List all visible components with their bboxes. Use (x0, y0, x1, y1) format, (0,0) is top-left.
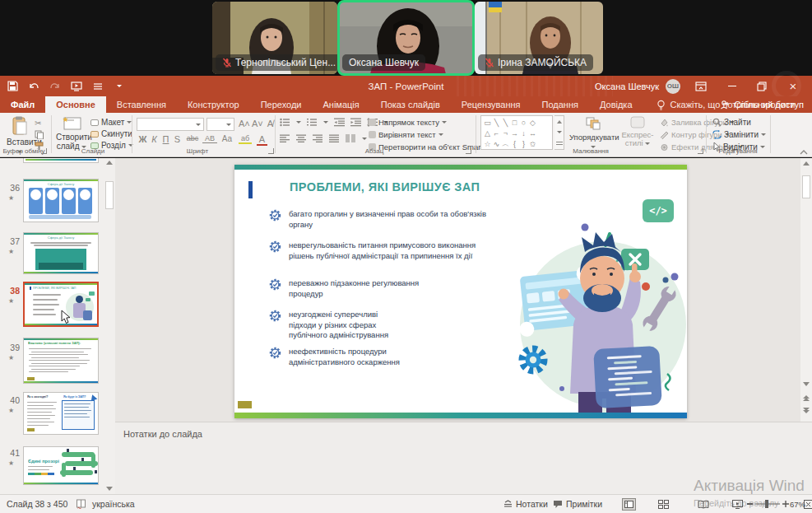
thumbnail-scrollbar-thumb[interactable] (105, 181, 114, 209)
slide-area-scrollbar[interactable] (800, 158, 812, 422)
next-slide-button[interactable] (803, 408, 810, 413)
tab-file[interactable]: Файл (0, 96, 45, 113)
notes-pane[interactable]: Нотатки до слайда (115, 422, 812, 494)
thumbnail-slide-36[interactable]: Сфера дії Закону (23, 179, 99, 222)
find-button[interactable]: Знайти (712, 118, 751, 127)
text-direction-button[interactable]: Напрямок тексту (369, 118, 447, 127)
slide-bullet-3[interactable]: переважно підзаконне регулювання процеду… (269, 278, 437, 299)
tab-view[interactable]: Подання (531, 96, 589, 113)
drawing-dialog-launcher[interactable] (698, 148, 703, 154)
normal-view-button[interactable] (622, 495, 636, 513)
bullets-button[interactable] (280, 118, 290, 128)
video-tile-participant-3[interactable]: Ірина ЗАМОЙСЬКА (475, 2, 603, 74)
zoom-slider[interactable] (755, 495, 780, 513)
bold-button[interactable]: Ж (137, 134, 148, 144)
account-area[interactable]: Оксана Шевчук ОШ (595, 76, 680, 96)
columns-button[interactable] (346, 134, 355, 144)
fit-slide-to-window-button[interactable] (804, 495, 812, 513)
align-left-button[interactable] (280, 134, 290, 144)
notes-placeholder[interactable]: Нотатки до слайда (123, 429, 202, 439)
new-slide-button[interactable]: Створити слайд (56, 116, 87, 151)
numbering-button[interactable] (307, 118, 318, 128)
font-dialog-launcher[interactable] (268, 148, 274, 154)
thumbnail-38-animation-star[interactable]: ★ (8, 297, 14, 305)
tab-home[interactable]: Основне (45, 96, 106, 113)
slide-bullet-4[interactable]: неузгоджені суперечливі підходи у різних… (269, 310, 400, 341)
video-tile-participant-1[interactable]: Тернопільський Цен... (212, 2, 337, 74)
slide-bullet-5[interactable]: неефективність процедури адміністративно… (269, 347, 412, 367)
zoom-out-button[interactable] (747, 495, 753, 513)
thumbnail-40-animation-star[interactable]: ★ (8, 407, 14, 414)
slide-sorter-view-button[interactable] (658, 495, 669, 513)
tab-animations[interactable]: Анімація (313, 96, 370, 113)
thumbnail-slide-37[interactable]: Сфера дії Закону (23, 232, 99, 274)
zoom-slider-handle[interactable] (765, 500, 768, 508)
decrease-indent-button[interactable] (334, 118, 345, 128)
thumbnail-36-animation-star[interactable]: ★ (8, 194, 14, 202)
clipboard-dialog-launcher[interactable] (41, 148, 47, 154)
text-shadow-button[interactable]: S (172, 134, 183, 144)
slide-position-indicator[interactable]: Слайд 38 з 450 (7, 495, 67, 513)
font-size-dropdown[interactable] (206, 118, 234, 131)
reset-button[interactable]: Скинути (90, 129, 132, 138)
comments-toggle-button[interactable]: Примітки (553, 495, 602, 513)
slide-canvas[interactable]: ПРОБЛЕМИ, ЯКІ ВИРІШУЄ ЗАП багато прогали… (234, 165, 687, 418)
cut-button[interactable]: ✂ (35, 119, 41, 128)
thumbnail-slide-39[interactable]: Важливо (ключові новели ЗАП): (23, 338, 99, 384)
decrease-font-button[interactable]: A˅ (252, 119, 262, 128)
layout-button[interactable]: Макет (90, 118, 132, 127)
notes-toggle-button[interactable]: Нотатки (503, 495, 548, 513)
justify-button[interactable] (329, 134, 339, 144)
shapes-gallery[interactable]: ▭╲╲□○◇ △⌐¬→↓↔ ☆∿︵{}✩ (480, 115, 553, 150)
ribbon-display-options-button[interactable] (689, 76, 713, 96)
font-name-dropdown[interactable] (137, 118, 204, 131)
tab-slideshow[interactable]: Показ слайдів (370, 96, 451, 113)
slide-bullet-2[interactable]: неврегульованість питання примусового ви… (269, 240, 482, 261)
slide-bullet-1[interactable]: багато прогалин у визначенні прав особи … (269, 209, 507, 230)
text-highlight-button[interactable]: аб (239, 134, 252, 144)
replace-button[interactable]: Замінити (712, 130, 766, 139)
spellcheck-indicator[interactable] (76, 495, 86, 513)
change-case-button[interactable]: Аа (220, 134, 234, 143)
arrange-button[interactable]: Упорядкувати (569, 116, 617, 151)
language-indicator[interactable]: українська (92, 495, 135, 513)
thumbnail-slide-40[interactable]: Як є сьогодні? Як буде із ЗАП? (23, 392, 99, 435)
align-text-button[interactable]: Вирівняти текст (369, 130, 443, 139)
zoom-in-button[interactable] (782, 495, 789, 513)
italic-button[interactable]: К (149, 134, 160, 144)
character-spacing-button[interactable]: АВ (202, 134, 217, 143)
tab-design[interactable]: Конструктор (177, 96, 250, 113)
tab-transitions[interactable]: Переходи (250, 96, 313, 113)
slideshow-view-button[interactable] (732, 495, 743, 513)
align-right-button[interactable] (313, 134, 322, 144)
tab-insert[interactable]: Вставлення (106, 96, 177, 113)
font-color-button[interactable]: А (257, 134, 267, 146)
share-button[interactable]: Спільний доступ (720, 96, 804, 113)
collapse-ribbon-button[interactable] (800, 147, 808, 156)
quick-styles-button[interactable]: Експрес- стилі (619, 116, 657, 148)
tab-review[interactable]: Рецензування (451, 96, 531, 113)
underline-button[interactable]: П (160, 134, 171, 144)
paragraph-dialog-launcher[interactable] (466, 148, 471, 154)
thumbnail-scrollbar[interactable] (104, 158, 115, 494)
slide-illustration-man-fixing-problems[interactable]: </> (498, 186, 687, 413)
minimize-button[interactable] (720, 76, 745, 96)
reading-view-button[interactable] (698, 495, 709, 513)
thumbnail-slide-41[interactable]: Єдині прозорі (23, 446, 99, 485)
increase-indent-button[interactable] (350, 118, 361, 128)
thumbnail-37-animation-star[interactable]: ★ (8, 248, 14, 255)
thumbnail-slide-35-partial[interactable] (23, 158, 99, 163)
increase-font-button[interactable]: A˄ (239, 119, 249, 128)
video-tile-participant-2-active-speaker[interactable]: Оксана Шевчук (339, 2, 473, 74)
strikethrough-button[interactable]: abc (184, 134, 201, 142)
shapes-gallery-scroll[interactable] (554, 115, 564, 150)
scrollbar-thumb[interactable] (802, 175, 810, 198)
avatar[interactable]: ОШ (666, 79, 680, 94)
slide-title[interactable]: ПРОБЛЕМИ, ЯКІ ВИРІШУЄ ЗАП (290, 180, 480, 194)
align-center-button[interactable] (296, 134, 306, 144)
restore-button[interactable] (749, 76, 774, 96)
thumbnail-41-animation-star[interactable]: ★ (8, 459, 14, 467)
thumbnail-39-animation-star[interactable]: ★ (8, 354, 14, 361)
close-button[interactable]: × (781, 76, 805, 96)
tab-help[interactable]: Довідка (589, 96, 643, 113)
